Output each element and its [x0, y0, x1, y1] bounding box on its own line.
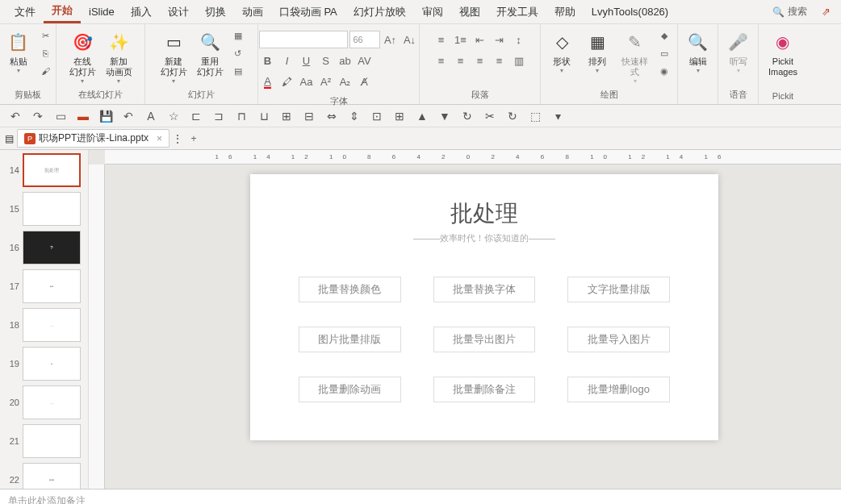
thumb-22[interactable]: 22▪▪▪ — [3, 463, 85, 489]
line-spacing-icon[interactable]: ↕ — [510, 31, 528, 48]
qat-btn-4[interactable]: ▬ — [74, 107, 92, 125]
qat-btn-2[interactable]: ↷ — [29, 107, 47, 125]
cell-2[interactable]: 批量替换字体 — [433, 277, 536, 302]
tab-transition[interactable]: 切换 — [197, 2, 234, 23]
strike-icon[interactable]: S — [317, 52, 335, 69]
case-icon[interactable]: Aa — [298, 73, 316, 90]
sub-icon[interactable]: A₂ — [337, 73, 354, 90]
quickstyle-button[interactable]: ✎快速样式▾ — [617, 27, 653, 86]
cell-8[interactable]: 批量删除备注 — [433, 377, 536, 402]
tab-lvyh[interactable]: LvyhTools(0826) — [584, 2, 676, 21]
tab-review[interactable]: 审阅 — [414, 2, 451, 23]
qat-align-3[interactable]: ⊓ — [232, 107, 250, 125]
tab-dev[interactable]: 开发工具 — [488, 2, 546, 23]
tab-insert[interactable]: 插入 — [123, 2, 160, 23]
qat-align-4[interactable]: ⊔ — [255, 107, 273, 125]
qat-rotate-icon[interactable]: ↻ — [458, 107, 476, 125]
cell-6[interactable]: 批量导入图片 — [567, 327, 670, 352]
fill-icon[interactable]: ◆ — [656, 27, 672, 44]
qat-back-icon[interactable]: ▼ — [436, 107, 454, 125]
share-icon[interactable]: ⇗ — [817, 3, 835, 21]
tab-design[interactable]: 设计 — [160, 2, 197, 23]
justify-icon[interactable]: ≡ — [491, 52, 508, 69]
thumb-17[interactable]: 17▪▪ — [3, 269, 85, 303]
tab-home[interactable]: 开始 — [44, 0, 81, 23]
search-box[interactable]: 🔍 搜索 — [772, 5, 807, 19]
thumb-18[interactable]: 18... — [3, 308, 85, 342]
spacing-icon[interactable]: AV — [356, 52, 374, 69]
cell-5[interactable]: 批量导出图片 — [433, 327, 536, 352]
slide-content[interactable]: 批处理 ———效率时代！你该知道的——— 批量替换颜色 批量替换字体 文字批量排… — [250, 174, 718, 440]
tab-slideshow[interactable]: 幻灯片放映 — [345, 2, 414, 23]
arrange-button[interactable]: ▦排列▾ — [581, 27, 613, 76]
thumb-20[interactable]: 20... — [3, 385, 85, 419]
thumb-19[interactable]: 19• — [3, 347, 85, 381]
qat-more-icon[interactable]: ▾ — [549, 107, 567, 125]
doc-nav-icon[interactable]: ▤ — [5, 133, 14, 144]
qat-align-5[interactable]: ⊞ — [278, 107, 295, 125]
tab-help[interactable]: 帮助 — [546, 2, 584, 23]
layout-icon[interactable]: ▦ — [230, 27, 246, 44]
effects-icon[interactable]: ◉ — [656, 63, 672, 79]
reuse-slide-button[interactable]: 🔍重用 幻灯片 — [194, 27, 227, 79]
tab-animation[interactable]: 动画 — [234, 2, 271, 23]
bullets-icon[interactable]: ≡ — [433, 31, 450, 48]
qat-dist-h[interactable]: ⇔ — [323, 107, 341, 125]
new-anim-button[interactable]: ✨新加 动画页▾ — [103, 27, 136, 86]
columns-icon[interactable]: ▥ — [510, 52, 528, 69]
align-center-icon[interactable]: ≡ — [452, 52, 470, 69]
qat-save-icon[interactable]: 💾 — [97, 107, 115, 125]
slide-title[interactable]: 批处理 — [250, 198, 718, 229]
clear-format-icon[interactable]: A̸ — [356, 73, 374, 90]
bold-icon[interactable]: B — [259, 52, 277, 69]
copy-icon[interactable]: ⎘ — [38, 45, 54, 61]
cell-9[interactable]: 批量增删logo — [567, 377, 670, 402]
qat-btn-3[interactable]: ▭ — [52, 107, 69, 125]
section-icon[interactable]: ▤ — [230, 63, 246, 79]
outline-icon[interactable]: ▭ — [656, 45, 672, 61]
qat-crop-icon[interactable]: ✂ — [481, 107, 499, 125]
align-right-icon[interactable]: ≡ — [471, 52, 489, 69]
grow-font-icon[interactable]: A↑ — [382, 31, 400, 48]
qat-3d-icon[interactable]: ⬚ — [526, 107, 544, 125]
tab-menu-icon[interactable]: ⋮ — [173, 133, 182, 144]
add-tab-button[interactable]: + — [186, 131, 202, 147]
new-slide-button[interactable]: ▭新建 幻灯片▾ — [157, 27, 190, 86]
tab-file[interactable]: 文件 — [6, 2, 44, 23]
tab-view[interactable]: 视图 — [451, 2, 488, 23]
dictate-button[interactable]: 🎤听写▾ — [722, 27, 755, 76]
cell-1[interactable]: 批量替换颜色 — [299, 277, 401, 302]
indent-right-icon[interactable]: ⇥ — [491, 31, 508, 48]
thumb-15[interactable]: 15 — [3, 192, 85, 226]
thumb-16[interactable]: 16? — [3, 231, 85, 264]
qat-star-icon[interactable]: ☆ — [165, 107, 182, 125]
online-slides-button[interactable]: 🎯在线 幻灯片▾ — [66, 27, 99, 86]
qat-align-1[interactable]: ⊏ — [187, 107, 205, 125]
pickit-button[interactable]: ◉Pickit Images — [765, 27, 801, 79]
font-color-icon[interactable]: A — [259, 73, 277, 90]
thumb-21[interactable]: 21 — [3, 424, 85, 458]
cell-7[interactable]: 批量删除动画 — [299, 377, 401, 402]
format-painter-icon[interactable]: 🖌 — [38, 63, 54, 79]
qat-dist-v[interactable]: ⇕ — [345, 107, 363, 125]
qat-undo-icon[interactable]: ↶ — [119, 107, 137, 125]
edit-button[interactable]: 🔍编辑▾ — [682, 27, 714, 76]
qat-align-2[interactable]: ⊐ — [210, 107, 228, 125]
reset-icon[interactable]: ↺ — [230, 45, 246, 61]
align-left-icon[interactable]: ≡ — [433, 52, 450, 69]
qat-group-icon[interactable]: ⊡ — [368, 107, 386, 125]
shapes-button[interactable]: ◇形状▾ — [546, 27, 578, 76]
paste-button[interactable]: 📋 粘贴 ▾ — [2, 27, 35, 76]
qat-align-6[interactable]: ⊟ — [300, 107, 318, 125]
underline-icon[interactable]: U — [298, 52, 316, 69]
highlight-icon[interactable]: 🖍 — [278, 73, 296, 90]
qat-ungroup-icon[interactable]: ⊞ — [391, 107, 408, 125]
numbering-icon[interactable]: 1≡ — [452, 31, 470, 48]
font-family-combo[interactable] — [259, 31, 348, 48]
tab-islide[interactable]: iSlide — [81, 2, 123, 21]
cell-3[interactable]: 文字批量排版 — [567, 277, 670, 302]
cell-4[interactable]: 图片批量排版 — [299, 327, 401, 352]
italic-icon[interactable]: I — [278, 52, 296, 69]
cut-icon[interactable]: ✂ — [38, 27, 54, 44]
shrink-font-icon[interactable]: A↓ — [401, 31, 419, 48]
